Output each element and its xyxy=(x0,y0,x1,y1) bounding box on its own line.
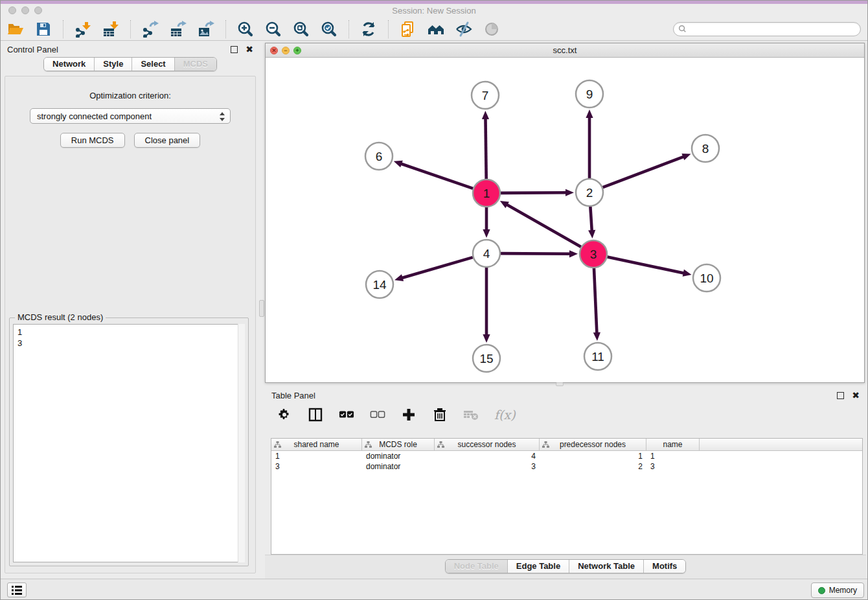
main-toolbar xyxy=(1,17,867,41)
horizontal-splitter-handle[interactable] xyxy=(556,382,564,386)
edge-3-11[interactable] xyxy=(593,268,600,341)
vertical-splitter-handle[interactable] xyxy=(259,300,264,317)
select-all-icon[interactable] xyxy=(339,407,354,422)
table-cell[interactable]: 3 xyxy=(646,462,700,471)
import-table-icon[interactable] xyxy=(101,19,120,39)
table-settings-gear-icon[interactable] xyxy=(277,407,292,422)
tab-network-table[interactable]: Network Table xyxy=(569,560,643,573)
export-table-icon[interactable] xyxy=(168,19,188,39)
run-mcds-button[interactable]: Run MCDS xyxy=(60,133,125,148)
zoom-fit-icon[interactable] xyxy=(291,19,311,39)
column-header-successor-nodes[interactable]: successor nodes xyxy=(435,439,540,450)
table-cell[interactable]: 1 xyxy=(271,452,362,461)
save-session-icon[interactable] xyxy=(34,19,53,39)
edge-1-2[interactable] xyxy=(501,189,574,196)
edge-1-6[interactable] xyxy=(394,161,473,189)
table-cell[interactable]: 4 xyxy=(435,452,540,461)
tab-motifs[interactable]: Motifs xyxy=(643,560,685,573)
graph-node-2[interactable]: 2 xyxy=(576,179,603,206)
tab-mcds[interactable]: MCDS xyxy=(174,58,216,71)
close-table-panel-icon[interactable]: ✖ xyxy=(852,392,860,399)
float-table-panel-icon[interactable] xyxy=(837,392,844,399)
table-cell[interactable]: dominator xyxy=(362,452,435,461)
zoom-in-icon[interactable] xyxy=(236,19,255,39)
task-history-button[interactable] xyxy=(7,583,27,597)
show-graphics-icon[interactable] xyxy=(482,19,501,39)
memory-button[interactable]: Memory xyxy=(811,583,864,598)
edge-2-8[interactable] xyxy=(603,154,691,187)
column-header-predecessor-nodes[interactable]: predecessor nodes xyxy=(540,439,646,450)
graph-node-15[interactable]: 15 xyxy=(473,345,500,372)
edge-1-7[interactable] xyxy=(482,111,489,179)
tab-node-table[interactable]: Node Table xyxy=(446,560,507,573)
open-session-icon[interactable] xyxy=(6,19,25,39)
svg-text:6: 6 xyxy=(376,150,383,163)
graph-node-11[interactable]: 11 xyxy=(584,343,611,370)
result-scrollbar[interactable] xyxy=(238,324,245,562)
graph-node-1[interactable]: 1 xyxy=(473,179,500,207)
table-cell[interactable]: 3 xyxy=(271,462,362,471)
network-view-window[interactable]: ✕ − + scc.txt 7968124314101511 xyxy=(265,43,865,383)
edge-1-4[interactable] xyxy=(483,207,490,238)
add-column-icon[interactable] xyxy=(401,407,417,422)
mcds-tab-content: Optimization criterion: strongly connect… xyxy=(5,76,256,573)
table-cell[interactable]: dominator xyxy=(362,462,435,471)
graph-node-9[interactable]: 9 xyxy=(576,80,603,108)
tab-network[interactable]: Network xyxy=(44,58,94,71)
edge-3-10[interactable] xyxy=(608,257,692,277)
close-panel-button[interactable]: Close panel xyxy=(134,133,201,148)
column-header-shared-name[interactable]: shared name xyxy=(271,439,362,450)
application-window: Session: New Session xyxy=(0,0,868,600)
criterion-select[interactable]: strongly connected component xyxy=(30,108,231,124)
graph-node-3[interactable]: 3 xyxy=(580,240,607,268)
hide-graphics-icon[interactable] xyxy=(454,19,474,39)
close-window-button[interactable] xyxy=(8,6,16,14)
network-zoom-button[interactable]: + xyxy=(293,47,301,54)
edge-4-15[interactable] xyxy=(483,268,490,343)
edge-4-14[interactable] xyxy=(394,257,473,281)
edge-2-9[interactable] xyxy=(586,110,593,178)
import-network-icon[interactable] xyxy=(73,19,93,39)
table-row[interactable]: 1dominator411 xyxy=(271,451,862,461)
unselect-all-icon[interactable] xyxy=(370,407,385,422)
zoom-selected-icon[interactable] xyxy=(319,19,339,39)
table-cell[interactable]: 2 xyxy=(540,462,646,471)
edge-4-3[interactable] xyxy=(501,250,578,257)
minimize-window-button[interactable] xyxy=(21,6,29,14)
tab-select[interactable]: Select xyxy=(131,58,174,71)
graph-node-8[interactable]: 8 xyxy=(692,135,719,162)
float-panel-icon[interactable] xyxy=(231,46,238,53)
network-window-titlebar[interactable]: ✕ − + scc.txt xyxy=(266,43,864,58)
table-cell[interactable]: 3 xyxy=(435,462,540,471)
network-graph-canvas[interactable]: 7968124314101511 xyxy=(266,58,864,382)
zoom-out-icon[interactable] xyxy=(264,19,283,39)
delete-column-icon[interactable] xyxy=(432,407,448,422)
table-row[interactable]: 3dominator323 xyxy=(271,461,862,472)
zoom-window-button[interactable] xyxy=(34,6,42,14)
search-input[interactable] xyxy=(673,22,861,36)
network-close-button[interactable]: ✕ xyxy=(270,47,278,54)
graph-node-10[interactable]: 10 xyxy=(693,264,720,292)
close-panel-icon[interactable]: ✖ xyxy=(246,46,253,53)
graph-node-4[interactable]: 4 xyxy=(473,240,500,267)
graph-node-6[interactable]: 6 xyxy=(365,143,393,170)
graph-node-14[interactable]: 14 xyxy=(366,271,393,298)
table-cell[interactable]: 1 xyxy=(540,452,646,461)
edge-3-1[interactable] xyxy=(500,201,581,247)
tab-style[interactable]: Style xyxy=(94,58,131,71)
edge-2-3[interactable] xyxy=(588,207,595,238)
network-minimize-button[interactable]: − xyxy=(282,47,290,54)
export-network-icon[interactable] xyxy=(141,19,160,39)
table-cell[interactable]: 1 xyxy=(646,452,700,461)
graph-node-7[interactable]: 7 xyxy=(472,82,499,109)
titlebar[interactable]: Session: New Session xyxy=(1,4,867,17)
column-header-name[interactable]: name xyxy=(646,439,700,450)
show-column-panel-icon[interactable] xyxy=(308,407,323,422)
refresh-layout-icon[interactable] xyxy=(359,19,378,39)
export-image-icon[interactable] xyxy=(196,19,216,39)
clone-network-icon[interactable] xyxy=(398,19,418,39)
home-icon[interactable] xyxy=(426,19,446,39)
column-header-MCDS-role[interactable]: MCDS role xyxy=(362,439,435,450)
tab-edge-table[interactable]: Edge Table xyxy=(507,560,569,573)
mcds-result-list[interactable]: 1 3 xyxy=(13,324,245,562)
